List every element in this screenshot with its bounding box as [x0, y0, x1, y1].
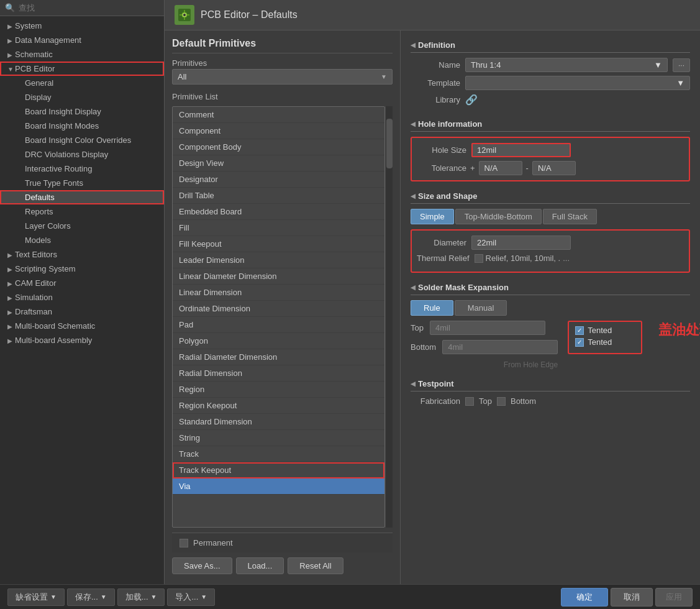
primitive-item[interactable]: Embedded Board	[173, 204, 384, 220]
content-panel: PCB Editor – Defaults Default Primitives…	[165, 0, 700, 584]
sidebar-item-pcb-editor[interactable]: ▼PCB Editor	[0, 62, 164, 76]
primitive-item[interactable]: Linear Diameter Dimension	[173, 268, 384, 285]
sidebar-item-data-management[interactable]: ▶Data Management	[0, 33, 164, 47]
sidebar-item-multi-board-assembly[interactable]: ▶Multi-board Assembly	[0, 333, 164, 347]
primitive-item[interactable]: Ordinate Dimension	[173, 301, 384, 317]
sidebar-item-drc-violations-display[interactable]: DRC Violations Display	[0, 147, 164, 162]
rule-tab[interactable]: Rule	[411, 300, 453, 316]
primitive-item[interactable]: Leader Dimension	[173, 252, 384, 268]
primitive-item[interactable]: Region	[173, 382, 384, 398]
tolerance-minus-input[interactable]	[532, 161, 576, 175]
primitive-item[interactable]: Radial Dimension	[173, 365, 384, 382]
sidebar-item-board-insight-display[interactable]: Board Insight Display	[0, 104, 164, 119]
sidebar-item-scripting-system[interactable]: ▶Scripting System	[0, 262, 164, 276]
apply-button[interactable]: 应用	[655, 588, 693, 607]
primitive-list-header: Primitive List	[172, 92, 393, 101]
permanent-checkbox[interactable]	[180, 539, 188, 547]
sidebar-item-schematic[interactable]: ▶Schematic	[0, 47, 164, 62]
sidebar-item-reports[interactable]: Reports	[0, 204, 164, 219]
sidebar-item-text-editors[interactable]: ▶Text Editors	[0, 247, 164, 262]
diameter-input[interactable]	[471, 236, 571, 250]
cancel-button[interactable]: 取消	[611, 588, 653, 607]
shape-tab-simple[interactable]: Simple	[411, 209, 454, 224]
name-extra-btn[interactable]: ···	[673, 58, 690, 72]
sidebar-item-system[interactable]: ▶System	[0, 19, 164, 33]
sidebar-item-true-type-fonts[interactable]: True Type Fonts	[0, 176, 164, 190]
shape-tab-full-stack[interactable]: Full Stack	[543, 209, 597, 224]
thermal-relief-extra-btn[interactable]: ...	[563, 254, 570, 263]
name-row: Name Thru 1:4 ▼ ···	[411, 58, 690, 72]
tolerance-plus-input[interactable]	[479, 161, 522, 175]
sidebar-item-defaults[interactable]: Defaults	[0, 190, 164, 204]
template-dropdown[interactable]: ▼	[465, 76, 690, 90]
load-button[interactable]: Load...	[236, 557, 284, 574]
library-link-icon[interactable]: 🔗	[465, 94, 478, 106]
solder-top-input[interactable]	[430, 321, 545, 335]
tented-top-checkbox[interactable]: ✓	[575, 326, 584, 335]
sidebar-item-layer-colors[interactable]: Layer Colors	[0, 219, 164, 233]
ok-button[interactable]: 确定	[561, 588, 608, 607]
sidebar-item-board-insight-modes[interactable]: Board Insight Modes	[0, 119, 164, 133]
sidebar-item-cam-editor[interactable]: ▶CAM Editor	[0, 276, 164, 290]
primitive-item[interactable]: Fill	[173, 220, 384, 236]
primitive-item[interactable]: Track	[173, 446, 384, 462]
primitive-item[interactable]: String	[173, 430, 384, 446]
search-bar[interactable]: 🔍	[0, 0, 164, 16]
primitive-item[interactable]: Pad	[173, 317, 384, 333]
primitive-list[interactable]: CommentComponentComponent BodyDesign Vie…	[172, 106, 385, 528]
save-as-button[interactable]: Save As...	[172, 557, 232, 574]
list-scrollbar[interactable]	[385, 106, 393, 528]
import-button[interactable]: 导入... ▼	[167, 588, 215, 606]
primitive-item[interactable]: Track Keepout	[173, 462, 384, 478]
manual-tab[interactable]: Manual	[455, 300, 507, 316]
solder-collapse-icon: ◀	[411, 284, 416, 291]
primitive-item[interactable]: Radial Diameter Dimension	[173, 349, 384, 365]
primitive-item[interactable]: Region Keepout	[173, 398, 384, 414]
save-button[interactable]: 保存... ▼	[67, 588, 115, 606]
hole-size-input[interactable]	[471, 143, 571, 157]
list-bottom: Permanent	[172, 533, 393, 552]
testpoint-block: ◀ Testpoint Fabrication Top Bottom	[411, 377, 690, 406]
red-annotation: 盖油处理	[658, 322, 700, 337]
primitive-item[interactable]: Drill Table	[173, 188, 384, 204]
sidebar-item-interactive-routing[interactable]: Interactive Routing	[0, 162, 164, 176]
sidebar-item-simulation[interactable]: ▶Simulation	[0, 290, 164, 304]
primitive-item[interactable]: Linear Dimension	[173, 285, 384, 301]
primitive-item[interactable]: Via	[173, 478, 384, 495]
list-section: Default Primitives Primitives All ▼ Prim…	[165, 30, 401, 584]
primitive-item[interactable]: Standard Dimension	[173, 414, 384, 430]
size-collapse-icon: ◀	[411, 193, 416, 199]
red-annotation-wrapper: 盖油处理	[658, 321, 700, 339]
primitive-item[interactable]: Polygon	[173, 333, 384, 349]
sidebar-item-multi-board-schematic[interactable]: ▶Multi-board Schematic	[0, 319, 164, 333]
sidebar-item-display[interactable]: Display	[0, 90, 164, 104]
primitive-item[interactable]: Design View	[173, 155, 384, 172]
hole-info-block: ◀ Hole information Hole Size Tolerance +	[411, 117, 690, 181]
thermal-relief-field: Relief, 10mil, 10mil, . ...	[475, 254, 684, 263]
arrow-icon: ▶	[7, 266, 15, 273]
preset-button[interactable]: 缺省设置 ▼	[7, 588, 65, 606]
primitive-item[interactable]: Component	[173, 123, 384, 139]
primitive-item[interactable]: Fill Keepout	[173, 236, 384, 252]
shape-tab-top-middle-bottom[interactable]: Top-Middle-Bottom	[455, 209, 542, 224]
reset-all-button[interactable]: Reset All	[288, 557, 343, 574]
primitive-item[interactable]: Designator	[173, 172, 384, 188]
search-input[interactable]	[19, 3, 159, 12]
name-dropdown[interactable]: Thru 1:4 ▼	[465, 58, 668, 72]
fabrication-bottom-checkbox[interactable]	[497, 397, 506, 406]
solder-bottom-input[interactable]	[442, 340, 558, 354]
solder-left: Top Bottom From Hole Edge	[411, 321, 558, 369]
tented-bottom-checkbox[interactable]: ✓	[575, 338, 584, 347]
sidebar-item-models[interactable]: Models	[0, 233, 164, 247]
primitive-item[interactable]: Comment	[173, 107, 384, 123]
load-status-button[interactable]: 加载... ▼	[117, 588, 165, 606]
fabrication-top-checkbox[interactable]	[465, 397, 474, 406]
primitives-filter-dropdown[interactable]: All ▼	[172, 69, 393, 85]
thermal-relief-checkbox[interactable]	[475, 254, 483, 263]
section-title: Default Primitives	[172, 38, 393, 53]
sidebar-item-board-insight-color-overrides[interactable]: Board Insight Color Overrides	[0, 133, 164, 147]
arrow-icon: ▶	[7, 280, 15, 287]
primitive-item[interactable]: Component Body	[173, 139, 384, 155]
sidebar-item-draftsman[interactable]: ▶Draftsman	[0, 304, 164, 319]
sidebar-item-general[interactable]: General	[0, 76, 164, 90]
